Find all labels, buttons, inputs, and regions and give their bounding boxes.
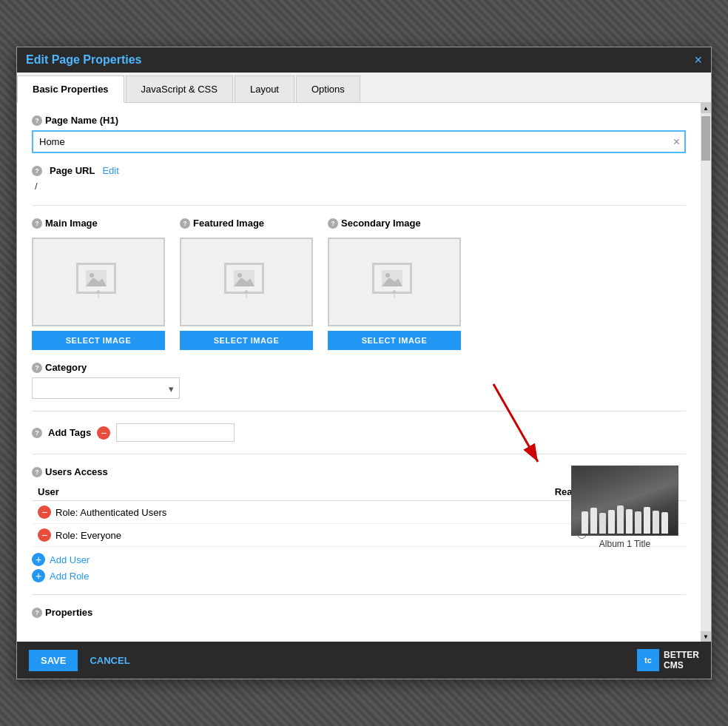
dialog-title: Edit Page Properties: [26, 53, 142, 67]
dialog-footer: SAVE CANCEL tc BETTER CMS: [17, 642, 711, 679]
upload-arrow: ↑: [95, 286, 102, 301]
brand-line2: CMS: [664, 660, 684, 670]
properties-section: ? Properties: [32, 607, 686, 618]
tab-layout[interactable]: Layout: [235, 75, 294, 102]
secondary-image-placeholder: ↑: [328, 238, 461, 326]
featured-image-field: ? Featured Image ↑: [180, 218, 313, 350]
featured-image-icon-svg: [234, 270, 255, 286]
scrollbar-track: ▲ ▼: [701, 103, 711, 642]
person-8: [644, 507, 650, 534]
role-authenticated-label: Role: Authenticated Users: [55, 507, 166, 518]
secondary-image-select-btn[interactable]: SELECT IMAGE: [328, 331, 461, 350]
main-image-placeholder: ↑: [32, 238, 165, 326]
divider-4: [32, 594, 686, 595]
brand-icon: tc: [637, 649, 659, 671]
people-silhouettes: [582, 505, 668, 535]
main-image-label: ? Main Image: [32, 218, 165, 229]
role-everyone-row: − Role: Everyone: [38, 528, 471, 542]
album-thumbnail-section: Album 1 Title: [571, 465, 678, 549]
tab-javascript-css[interactable]: JavaScript & CSS: [126, 75, 233, 102]
properties-label: ? Properties: [32, 607, 686, 618]
properties-help-icon: ?: [32, 608, 42, 618]
brand-text: BETTER CMS: [664, 650, 699, 671]
main-image-help-icon: ?: [32, 218, 42, 229]
footer-buttons: SAVE CANCEL: [29, 650, 136, 671]
remove-tag-btn[interactable]: −: [97, 426, 110, 440]
page-url-row: ? Page URL Edit: [32, 165, 686, 176]
add-role-row: + Add Role: [32, 569, 686, 582]
dialog-body: ? Page Name (H1) × ? Page URL Edit /: [17, 103, 711, 642]
featured-image-label: ? Featured Image: [180, 218, 313, 229]
person-2: [590, 508, 597, 534]
secondary-upload-arrow: ↑: [391, 286, 398, 301]
page-url-value: /: [35, 179, 686, 193]
add-user-row: + Add User: [32, 553, 686, 566]
users-access-help-icon: ?: [32, 467, 42, 477]
featured-image-help-icon: ?: [180, 218, 190, 229]
secondary-image-help-icon: ?: [328, 218, 338, 229]
album-image: [571, 465, 678, 536]
tab-basic-properties[interactable]: Basic Properties: [17, 75, 124, 103]
page-name-help-icon: ?: [32, 115, 42, 126]
add-tags-help-icon: ?: [32, 428, 42, 438]
category-section: ? Category ▾: [32, 362, 686, 399]
secondary-image-icon-svg: [382, 270, 402, 286]
role-authenticated-cell: − Role: Authenticated Users: [32, 501, 477, 524]
add-tags-section: ? Add Tags −: [32, 423, 686, 442]
scroll-thumb[interactable]: [701, 116, 710, 161]
add-role-link[interactable]: Add Role: [50, 571, 89, 582]
page-url-help-icon: ?: [32, 166, 42, 176]
close-button[interactable]: ×: [694, 53, 702, 67]
svg-point-7: [385, 273, 390, 278]
main-image-select-btn[interactable]: SELECT IMAGE: [32, 331, 165, 350]
person-9: [653, 511, 659, 534]
role-everyone-label: Role: Everyone: [55, 530, 121, 541]
secondary-image-icon-wrapper: ↑: [372, 263, 417, 301]
page-name-input-wrapper: ×: [32, 130, 686, 153]
scroll-down-btn[interactable]: ▼: [701, 631, 711, 642]
add-role-plus-icon: +: [32, 569, 45, 582]
album-caption: Album 1 Title: [571, 539, 678, 549]
input-clear-icon[interactable]: ×: [673, 136, 680, 148]
role-everyone-cell: − Role: Everyone: [32, 524, 477, 547]
image-icon-svg: [86, 270, 107, 286]
svg-point-4: [237, 273, 242, 278]
brand-logo: tc BETTER CMS: [637, 649, 699, 671]
scroll-up-btn[interactable]: ▲: [701, 103, 711, 113]
main-image-icon-wrapper: ↑: [76, 263, 121, 301]
cancel-button[interactable]: CANCEL: [84, 650, 135, 671]
svg-point-1: [90, 273, 94, 278]
save-button[interactable]: SAVE: [29, 650, 78, 671]
person-7: [635, 511, 641, 534]
featured-image-select-btn[interactable]: SELECT IMAGE: [180, 331, 313, 350]
tab-options[interactable]: Options: [296, 75, 360, 102]
page-name-label: ? Page Name (H1): [32, 115, 686, 126]
page-name-input[interactable]: [32, 130, 686, 153]
edit-page-properties-dialog: Edit Page Properties × Basic Properties …: [16, 47, 712, 679]
divider-2: [32, 411, 686, 411]
category-label: ? Category: [32, 362, 686, 373]
featured-image-placeholder: ↑: [180, 238, 313, 326]
remove-authenticated-btn[interactable]: −: [38, 505, 51, 519]
page-url-edit-link[interactable]: Edit: [102, 165, 118, 176]
user-col-header: User: [32, 483, 477, 501]
secondary-image-label: ? Secondary Image: [328, 218, 461, 229]
tags-row: ? Add Tags −: [32, 423, 686, 442]
tag-input[interactable]: [116, 423, 235, 442]
person-6: [626, 509, 633, 534]
person-4: [608, 510, 615, 534]
category-help-icon: ?: [32, 363, 42, 373]
main-content: ? Page Name (H1) × ? Page URL Edit /: [17, 103, 701, 642]
role-authenticated-row: − Role: Authenticated Users: [38, 505, 471, 519]
add-tags-label: Add Tags: [48, 427, 91, 438]
page-url-label: Page URL: [50, 165, 95, 176]
main-image-field: ? Main Image ↑: [32, 218, 165, 350]
page-url-section: ? Page URL Edit /: [32, 165, 686, 193]
brand-line1: BETTER: [664, 650, 699, 660]
category-select[interactable]: [32, 377, 180, 399]
person-1: [582, 511, 588, 534]
remove-everyone-btn[interactable]: −: [38, 528, 51, 542]
add-user-link[interactable]: Add User: [50, 554, 90, 565]
page-name-section: ? Page Name (H1) ×: [32, 115, 686, 153]
divider-1: [32, 205, 686, 206]
